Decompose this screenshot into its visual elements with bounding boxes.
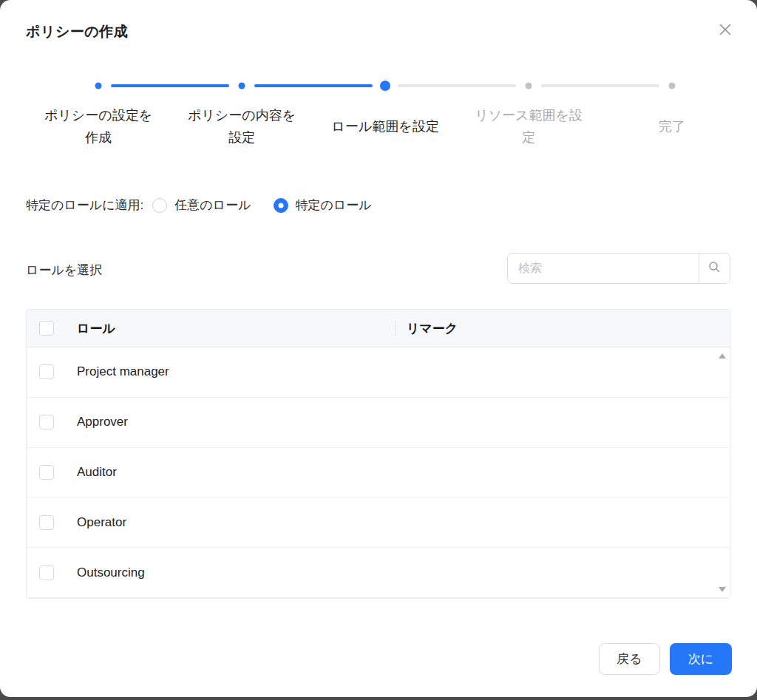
role-scope-radio-group: 特定のロールに適用: 任意のロール 特定のロール xyxy=(26,197,394,214)
table-row[interactable]: Auditor xyxy=(27,448,730,498)
role-scope-label: 特定のロールに適用: xyxy=(26,197,143,214)
role-cell: Project manager xyxy=(54,364,396,379)
table-row[interactable]: Approver xyxy=(27,398,730,448)
step-dot-icon xyxy=(669,83,676,89)
create-policy-dialog: ポリシーの作成 xyxy=(0,0,757,697)
search-icon xyxy=(708,261,721,276)
table-body: Project manager Approver Auditor Operato… xyxy=(27,347,730,598)
search-input[interactable] xyxy=(508,254,699,283)
row-checkbox[interactable] xyxy=(39,465,54,480)
step-dot-2 xyxy=(170,76,313,95)
scroll-up-icon[interactable] xyxy=(719,353,726,359)
table-row[interactable]: Operator xyxy=(27,497,730,548)
step-dot-icon xyxy=(95,83,102,89)
next-button[interactable]: 次に xyxy=(670,643,732,675)
radio-selected-icon xyxy=(274,198,288,213)
role-table: ロール リマーク Project manager Approver Audito… xyxy=(26,309,730,599)
role-cell: Approver xyxy=(54,415,396,429)
table-header: ロール リマーク xyxy=(27,310,730,347)
step-dot-4 xyxy=(457,76,600,95)
step-label-create-policy-settings: ポリシーの設定を 作成 xyxy=(27,103,170,151)
radio-any-role[interactable]: 任意のロール xyxy=(152,197,251,214)
table-row[interactable]: Outsourcing xyxy=(27,548,730,598)
step-dot-1 xyxy=(27,76,170,95)
scroll-down-icon[interactable] xyxy=(719,587,726,592)
step-dot-icon xyxy=(526,83,532,89)
row-checkbox[interactable] xyxy=(39,364,54,379)
step-dot-3 xyxy=(313,76,457,95)
radio-specific-role[interactable]: 特定のロール xyxy=(274,197,372,214)
step-dot-icon xyxy=(239,83,245,89)
row-checkbox[interactable] xyxy=(39,415,54,429)
wizard-stepper: ポリシーの設定を 作成 ポリシーの内容を 設定 ロール範囲を設定 リソース範囲を… xyxy=(27,76,744,151)
select-all-checkbox[interactable] xyxy=(39,321,54,336)
step-label-finish: 完了 xyxy=(600,103,744,151)
row-checkbox[interactable] xyxy=(39,515,54,530)
close-button[interactable] xyxy=(714,19,736,41)
column-header-role: ロール xyxy=(54,320,396,337)
role-cell: Auditor xyxy=(54,465,396,480)
stepper-dots xyxy=(27,76,744,95)
step-label-set-role-scope: ロール範囲を設定 xyxy=(313,103,457,151)
step-label-set-policy-content: ポリシーの内容を 設定 xyxy=(170,103,313,151)
step-dot-icon xyxy=(380,81,390,91)
step-label-set-resource-scope: リソース範囲を設 定 xyxy=(457,103,600,151)
table-row[interactable]: Project manager xyxy=(27,347,730,398)
radio-unselected-icon xyxy=(152,198,167,213)
stepper-labels: ポリシーの設定を 作成 ポリシーの内容を 設定 ロール範囲を設定 リソース範囲を… xyxy=(27,103,744,151)
role-cell: Operator xyxy=(54,515,396,530)
radio-specific-role-label: 特定のロール xyxy=(296,197,372,214)
table-scrollbar[interactable] xyxy=(717,353,727,592)
back-button[interactable]: 戻る xyxy=(599,643,660,675)
role-search xyxy=(507,253,730,284)
role-cell: Outsourcing xyxy=(54,565,396,580)
select-role-label: ロールを選択 xyxy=(26,262,102,279)
column-header-remark: リマーク xyxy=(396,320,730,337)
page-title: ポリシーの作成 xyxy=(26,22,128,41)
radio-any-role-label: 任意のロール xyxy=(174,197,251,214)
close-icon xyxy=(717,21,733,40)
row-checkbox[interactable] xyxy=(39,565,54,580)
step-dot-5 xyxy=(600,76,744,95)
search-button[interactable] xyxy=(699,254,730,283)
